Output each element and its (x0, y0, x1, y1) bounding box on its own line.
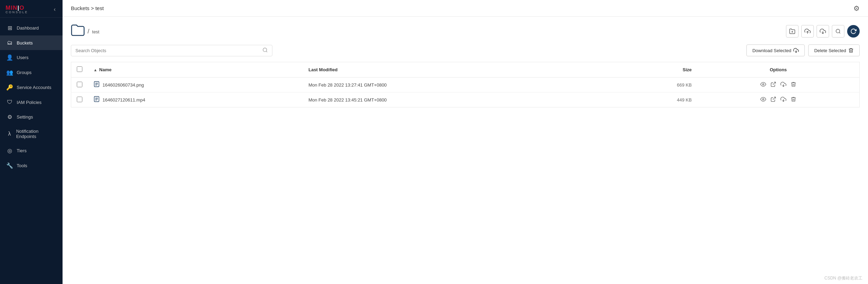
select-all-checkbox[interactable] (77, 66, 82, 72)
sidebar-item-tools[interactable]: 🔧 Tools (0, 158, 63, 173)
search-icon (262, 47, 268, 54)
sidebar-item-groups[interactable]: 👥 Groups (0, 65, 63, 80)
refresh-button[interactable] (847, 25, 860, 38)
sidebar-item-label: Settings (17, 114, 33, 120)
row-modified-cell: Mon Feb 28 2022 13:27:41 GMT+0800 (303, 78, 609, 92)
watermark-text: CSDN @搬砖老农工 (824, 276, 862, 281)
sidebar-item-label: Service Accounts (17, 85, 51, 90)
delete-selected-button[interactable]: Delete Selected (808, 44, 860, 56)
name-column-header[interactable]: ▲ Name (88, 62, 303, 78)
options-column-header: Options (697, 62, 860, 78)
row-checkbox-cell (71, 78, 88, 92)
row-modified-cell: Mon Feb 28 2022 13:45:21 GMT+0800 (303, 92, 609, 107)
sidebar-item-label: Tools (17, 163, 27, 168)
delete-row-icon[interactable] (791, 96, 796, 104)
name-column-label: Name (99, 67, 112, 72)
row-size-cell: 449 KB (608, 92, 697, 107)
iam-policies-icon: 🛡 (6, 99, 13, 105)
folder-info: / test (71, 24, 99, 39)
sidebar-item-buckets[interactable]: 🗂 Buckets (0, 35, 63, 50)
sidebar-item-label: Groups (17, 70, 32, 75)
sidebar-collapse-button[interactable]: ‹ (52, 6, 57, 13)
sidebar-nav: ⊞ Dashboard 🗂 Buckets 👤 Users 👥 Groups 🔑… (0, 18, 63, 284)
download-row-icon[interactable] (780, 81, 786, 89)
table-row: 1646027120611.mp4 Mon Feb 28 2022 13:45:… (71, 92, 860, 107)
sort-arrow-icon: ▲ (93, 68, 97, 72)
logo: MIN|O CONSOLE (6, 5, 28, 14)
footer-watermark: CSDN @搬砖老农工 (824, 275, 862, 281)
search-box[interactable] (71, 45, 272, 56)
share-icon[interactable] (770, 96, 776, 104)
sidebar-item-dashboard[interactable]: ⊞ Dashboard (0, 21, 63, 35)
search-toggle-button[interactable] (832, 25, 844, 38)
file-name: 1646027120611.mp4 (103, 97, 145, 103)
row-name-cell: 1646026060734.png (88, 78, 303, 92)
topbar: Buckets > test ⚙ (63, 0, 868, 17)
service-accounts-icon: 🔑 (6, 84, 13, 91)
folder-header: / test (71, 24, 860, 39)
sidebar-item-label: Buckets (17, 40, 33, 46)
folder-icon (71, 24, 85, 39)
download-selected-label: Download Selected (752, 48, 791, 53)
last-modified-column-header[interactable]: Last Modified (303, 62, 609, 78)
topbar-right: ⚙ (853, 4, 860, 13)
tools-icon: 🔧 (6, 162, 13, 169)
view-icon[interactable] (760, 96, 766, 104)
row-checkbox-1[interactable] (77, 97, 82, 102)
delete-row-icon[interactable] (791, 81, 796, 89)
folder-slash: / (88, 28, 89, 35)
download-button[interactable] (817, 25, 829, 38)
svg-line-14 (773, 82, 776, 85)
delete-selected-label: Delete Selected (814, 48, 846, 53)
sidebar-item-service-accounts[interactable]: 🔑 Service Accounts (0, 80, 63, 95)
share-icon[interactable] (770, 81, 776, 89)
content-area: / test (63, 17, 868, 284)
sidebar-item-label: IAM Policies (17, 100, 42, 105)
sidebar-item-label: Tiers (17, 148, 26, 153)
row-options-cell (697, 78, 860, 92)
create-folder-button[interactable] (786, 25, 799, 38)
sidebar-item-settings[interactable]: ⚙ Settings (0, 109, 63, 124)
search-input[interactable] (75, 48, 262, 53)
topbar-settings-icon[interactable]: ⚙ (853, 4, 860, 13)
sidebar: MIN|O CONSOLE ‹ ⊞ Dashboard 🗂 Buckets 👤 … (0, 0, 63, 284)
svg-point-4 (836, 29, 840, 33)
dashboard-icon: ⊞ (6, 25, 13, 31)
sidebar-item-iam-policies[interactable]: 🛡 IAM Policies (0, 95, 63, 109)
svg-point-6 (263, 48, 267, 52)
view-icon[interactable] (760, 81, 766, 89)
groups-icon: 👥 (6, 69, 13, 76)
select-all-header (71, 62, 88, 78)
svg-point-13 (762, 83, 764, 85)
search-action-bar: Download Selected Delete Selected (71, 44, 860, 56)
svg-point-20 (762, 98, 764, 100)
action-buttons: Download Selected Delete Selected (746, 44, 860, 56)
svg-line-7 (266, 51, 267, 52)
objects-table: ▲ Name Last Modified Size Options (71, 62, 860, 107)
users-icon: 👤 (6, 54, 13, 61)
sidebar-item-label: Dashboard (17, 25, 39, 31)
file-name: 1646026060734.png (103, 82, 144, 88)
row-size-cell: 669 KB (608, 78, 697, 92)
main-content: Buckets > test ⚙ / test (63, 0, 868, 284)
download-row-icon[interactable] (780, 96, 786, 104)
size-column-label: Size (683, 67, 692, 72)
notification-icon: λ (6, 131, 13, 137)
row-name-cell: 1646027120611.mp4 (88, 92, 303, 107)
tiers-icon: ◎ (6, 147, 13, 154)
download-selected-button[interactable]: Download Selected (746, 44, 805, 56)
sidebar-item-tiers[interactable]: ◎ Tiers (0, 143, 63, 158)
breadcrumb: Buckets > test (71, 5, 104, 11)
sidebar-item-notification-endpoints[interactable]: λ Notification Endpoints (0, 124, 63, 143)
svg-line-5 (839, 32, 840, 33)
logo-sub: CONSOLE (6, 11, 28, 14)
size-column-header[interactable]: Size (608, 62, 697, 78)
settings-icon: ⚙ (6, 114, 13, 120)
sidebar-item-users[interactable]: 👤 Users (0, 50, 63, 65)
row-checkbox-0[interactable] (77, 82, 82, 87)
table-row: 1646026060734.png Mon Feb 28 2022 13:27:… (71, 78, 860, 92)
upload-button[interactable] (801, 25, 814, 38)
last-modified-column-label: Last Modified (309, 67, 338, 72)
options-column-label: Options (770, 67, 787, 72)
file-type-icon (93, 81, 100, 89)
